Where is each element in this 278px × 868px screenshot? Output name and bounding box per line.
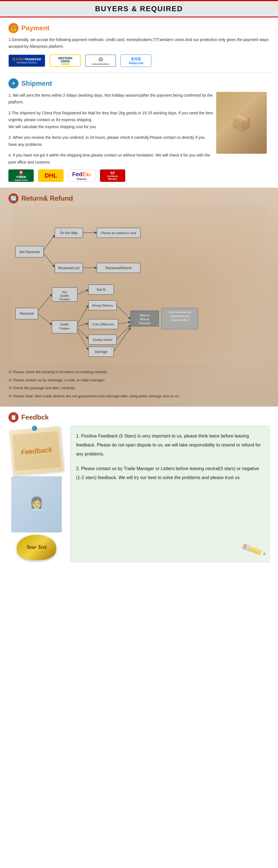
payment-logos: BANKTRANSFER INTERNATIONAL WESTERN UNION… [8, 55, 270, 67]
return-note-2: ② Please contact us by meesage, e-mail, … [8, 377, 270, 384]
svg-text:Not: Not [62, 290, 67, 293]
sf-logo: SF EXPRESS 顺丰速运 [100, 169, 125, 182]
payment-icon: 💰 [8, 23, 19, 33]
page-header: BUYERS & REQUIRED [0, 1, 278, 18]
shipment-heading: Shipment [21, 80, 52, 87]
svg-text:Quality: Quality [60, 323, 69, 326]
svg-text:requirements you: requirements you [170, 315, 189, 317]
svg-text:If you have any else: If you have any else [169, 311, 191, 314]
return-section: 🔄 Return& Refund Not Received On the Way… [0, 188, 278, 407]
dhl-logo: DHL [38, 169, 64, 182]
flowchart-svg: Not Received On the Way Please be patien… [13, 207, 265, 364]
return-note-3: ③ Check the package and Item, carefully. [8, 385, 270, 392]
shipment-person-image [216, 92, 267, 154]
feedback-heading: Feedbck [21, 413, 48, 421]
shipment-section: ✈ Shipment 1. We will sent the items wit… [0, 73, 278, 188]
shipment-para-4: 4. If you have not got it within the shi… [8, 152, 213, 165]
svg-text:Color Difference: Color Difference [92, 322, 114, 326]
gold-badge-text: Your Text [27, 544, 47, 550]
shipment-para-3: 3. When you receive the items you ordere… [8, 134, 213, 148]
bank-transfer-logo: BANKTRANSFER INTERNATIONAL [8, 55, 45, 67]
payment-section: 💰 Payment 1.Generally, we accept the fol… [0, 18, 278, 72]
feedback-icon: 📋 [8, 412, 19, 422]
svg-text:Problem: Problem [59, 298, 70, 301]
payment-title-row: 💰 Payment [8, 23, 270, 33]
feedback-text-area: 1. Positive Feedback (5 Stars) is very i… [70, 426, 270, 562]
payment-heading: Payment [21, 24, 49, 32]
shipment-image-area [213, 92, 270, 182]
svg-text:On the Way: On the Way [60, 231, 78, 235]
flowchart-container: Not Received On the Way Please be patien… [8, 207, 270, 364]
svg-text:Received/Lost: Received/Lost [58, 266, 80, 270]
svg-text:Damage: Damage [95, 350, 108, 354]
svg-text:Resend: Resend [140, 314, 149, 317]
shipment-text-block: 1. We will sent the items within 2-5days… [8, 92, 213, 182]
shipment-para-2: 2.The shipment by China Post Registered … [8, 110, 213, 130]
feedback-content: Feedback 👩‍💼 Your Text 1. Positive Feedb… [8, 426, 270, 562]
feedback-section: 📋 Feedbck Feedback 👩‍💼 Your Text 1. Pos [0, 407, 278, 565]
page-title: BUYERS & REQUIRED [0, 4, 278, 13]
svg-text:Please be patient to wait: Please be patient to wait [101, 231, 136, 235]
svg-text:could also tell us: could also tell us [170, 319, 189, 321]
shipment-para-1: 1. We will sent the items within 2-5days… [8, 92, 213, 106]
shipment-title-row: ✈ Shipment [8, 79, 270, 89]
chinapost-logo: 📮 中国邮政 CHINA POST [8, 169, 34, 182]
payment-description: 1.Generally, we accept the following pay… [8, 36, 270, 50]
svg-text:Not Received: Not Received [20, 250, 40, 254]
return-notes: ① Please check the tracking in formation… [8, 369, 270, 400]
fedex-logo: FedEx® Express [68, 169, 96, 182]
svg-text:Received: Received [20, 312, 34, 315]
return-note-4: ④ Please Note: Men made defects are not … [8, 393, 270, 400]
shipping-logos: 📮 中国邮政 CHINA POST DHL FedEx® Express [8, 169, 213, 182]
shipment-icon: ✈ [8, 79, 19, 89]
gold-badge: Your Text [17, 535, 56, 560]
feedback-para-1: 1. Positive Feedback (5 Stars) is very i… [76, 432, 264, 459]
return-heading: Return& Refund [21, 194, 73, 202]
feedback-card-label: Feedback [21, 446, 53, 456]
svg-text:Quality: Quality [60, 294, 69, 297]
western-union-logo: WESTERN UNION [50, 55, 80, 67]
svg-text:Quality Defect: Quality Defect [93, 338, 112, 341]
alipay-logo: 支付宝 Alipay.com [120, 55, 151, 67]
pin-icon [32, 426, 37, 431]
svg-text:Refund: Refund [140, 318, 149, 321]
feedback-person-image: 👩‍💼 [11, 476, 62, 532]
feedback-title-row: 📋 Feedbck [8, 412, 270, 422]
return-title-row: 🔄 Return& Refund [8, 193, 270, 204]
svg-text:Not fit: Not fit [97, 288, 106, 292]
shipment-content: 1. We will sent the items within 2-5days… [8, 92, 270, 182]
return-icon: 🔄 [8, 193, 19, 204]
svg-text:Received/Refund: Received/Refund [106, 266, 131, 270]
svg-text:Discount: Discount [139, 322, 150, 325]
return-note-1: ① Please check the tracking in formation… [8, 369, 270, 376]
moneybookers-logo: ⊙ moneybookers [85, 55, 116, 67]
svg-text:Problem: Problem [59, 327, 70, 330]
feedback-card: Feedback [9, 426, 64, 475]
svg-text:Wrong Delivery: Wrong Delivery [92, 304, 113, 307]
feedback-para-2: 2. Please contact us by Trade Manager or… [76, 464, 264, 482]
feedback-image-area: Feedback 👩‍💼 Your Text [8, 426, 65, 562]
